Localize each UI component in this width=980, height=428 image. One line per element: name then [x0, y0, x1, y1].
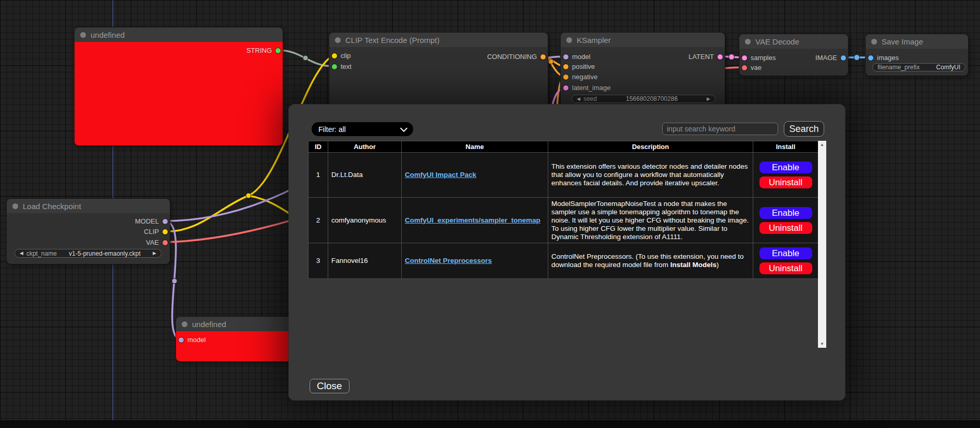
close-button[interactable]: Close [310, 379, 349, 393]
collapse-dot-icon[interactable] [12, 203, 18, 209]
widget-value: v1-5-pruned-emaonly.ckpt [69, 250, 141, 257]
table-header-row: ID Author Name Description Install [309, 141, 818, 153]
widget-label: seed [583, 95, 597, 102]
right-arrow-icon[interactable]: ▶ [707, 97, 710, 101]
node-save-image[interactable]: Save Image images filename_prefix ComfyU… [866, 34, 968, 76]
input-dot[interactable] [563, 85, 568, 91]
left-arrow-icon[interactable]: ◀ [20, 251, 23, 256]
output-dot[interactable] [163, 219, 168, 224]
extension-link[interactable]: ComfyUI_experiments/sampler_tonemap [405, 216, 540, 224]
output-dot[interactable] [163, 240, 168, 245]
input-dot[interactable] [563, 64, 568, 69]
cell-author: Dr.Lt.Data [328, 153, 402, 198]
input-slot-vae[interactable]: vae [742, 64, 762, 71]
node-title-bar[interactable]: VAE Decode [739, 34, 848, 49]
uninstall-button[interactable]: Uninstall [759, 222, 813, 234]
input-slot-latent-image[interactable]: latent_image [563, 84, 610, 91]
cell-description: ModelSamplerTonemapNoiseTest a node that… [548, 198, 753, 243]
input-slot-label: model [572, 53, 590, 61]
header-id: ID [309, 141, 328, 153]
output-dot[interactable] [163, 229, 168, 234]
output-slot-latent[interactable]: LATENT [689, 53, 723, 60]
collapse-dot-icon[interactable] [871, 39, 877, 45]
node-title: VAE Decode [755, 37, 799, 46]
input-dot[interactable] [563, 54, 568, 60]
table-row: 2 comfyanonymous ComfyUI_experiments/sam… [309, 198, 818, 243]
output-dot[interactable] [540, 54, 546, 60]
input-dot[interactable] [179, 337, 184, 343]
extension-manager-dialog: Filter: all Search ID Author Name Descri… [289, 105, 845, 400]
node-ksampler[interactable]: KSampler model positive negative latent_… [561, 33, 725, 109]
output-slot-image[interactable]: IMAGE [815, 54, 846, 61]
input-dot[interactable] [742, 55, 747, 61]
filename-prefix-widget[interactable]: filename_prefix ComfyUI [872, 63, 966, 71]
input-slot-images[interactable]: images [868, 54, 899, 61]
node-title-bar[interactable]: undefined [176, 317, 303, 331]
node-title: Load Checkpoint [23, 202, 81, 211]
search-button[interactable]: Search [784, 121, 824, 137]
node-clip-text-encode[interactable]: CLIP Text Encode (Prompt) clip text COND… [329, 33, 548, 109]
input-slot-label: vae [751, 64, 762, 71]
node-title-bar[interactable]: undefined [75, 27, 283, 42]
input-dot[interactable] [332, 53, 337, 58]
search-input[interactable] [662, 123, 778, 135]
node-title-bar[interactable]: Save Image [866, 34, 968, 49]
output-slot-label: IMAGE [815, 54, 837, 62]
output-slot-label: LATENT [689, 53, 714, 61]
collapse-dot-icon[interactable] [335, 37, 341, 43]
uninstall-button[interactable]: Uninstall [759, 262, 813, 275]
collapse-dot-icon[interactable] [745, 39, 751, 45]
collapse-dot-icon[interactable] [182, 321, 187, 327]
chevron-down-icon [400, 124, 407, 131]
enable-button[interactable]: Enable [759, 161, 813, 174]
input-slot-text[interactable]: text [332, 63, 352, 70]
input-slot-negative[interactable]: negative [563, 73, 597, 80]
output-slot-vae[interactable]: VAE [146, 239, 168, 246]
cell-id: 3 [309, 243, 328, 279]
output-slot-clip[interactable]: CLIP [144, 228, 168, 235]
collapse-dot-icon[interactable] [566, 37, 572, 43]
input-dot[interactable] [742, 65, 747, 70]
input-slot-positive[interactable]: positive [563, 63, 595, 70]
input-dot[interactable] [868, 55, 873, 61]
output-dot[interactable] [718, 54, 723, 60]
input-slot-label: clip [341, 52, 351, 60]
output-slot-model[interactable]: MODEL [135, 218, 168, 225]
table-scrollbar[interactable]: ▲ ▼ [818, 141, 826, 348]
output-slot-label: CLIP [144, 228, 159, 235]
seed-widget[interactable]: ◀ seed 156680208700286 ▶ [572, 95, 715, 103]
node-load-checkpoint[interactable]: Load Checkpoint MODEL CLIP VAE ◀ ckpt_na… [7, 199, 170, 264]
node-undefined-bottom[interactable]: undefined model [176, 317, 303, 361]
enable-button[interactable]: Enable [759, 206, 813, 219]
table-row: 1 Dr.Lt.Data ComfyUI Impact Pack This ex… [309, 153, 818, 198]
node-vae-decode[interactable]: VAE Decode samples vae IMAGE [739, 34, 848, 76]
input-dot[interactable] [332, 64, 337, 69]
input-slot-clip[interactable]: clip [332, 52, 351, 59]
left-arrow-icon[interactable]: ◀ [577, 97, 580, 101]
output-dot[interactable] [275, 48, 281, 53]
extension-link[interactable]: ComfyUI Impact Pack [405, 171, 476, 179]
right-arrow-icon[interactable]: ▶ [153, 251, 156, 256]
extension-link[interactable]: ControlNet Preprocessors [405, 257, 492, 264]
enable-button[interactable]: Enable [759, 247, 813, 260]
ckpt-name-widget[interactable]: ◀ ckpt_name v1-5-pruned-emaonly.ckpt ▶ [14, 249, 162, 258]
collapse-dot-icon[interactable] [80, 32, 86, 38]
node-title-bar[interactable]: KSampler [561, 33, 725, 47]
output-dot[interactable] [841, 55, 846, 61]
filter-dropdown[interactable]: Filter: all [312, 122, 413, 136]
node-undefined-top[interactable]: undefined STRING [75, 27, 283, 145]
input-slot-label: samples [751, 54, 776, 62]
node-title-bar[interactable]: CLIP Text Encode (Prompt) [329, 33, 548, 47]
input-slot-label: images [877, 54, 899, 62]
output-slot-string[interactable]: STRING [246, 47, 281, 54]
node-title-bar[interactable]: Load Checkpoint [7, 199, 170, 213]
scrollbar-down-icon[interactable]: ▼ [818, 340, 826, 348]
input-slot-samples[interactable]: samples [742, 54, 776, 61]
uninstall-button[interactable]: Uninstall [759, 176, 813, 189]
cell-author: Fannovel16 [328, 243, 402, 279]
input-slot-model[interactable]: model [179, 336, 206, 343]
output-slot-conditioning[interactable]: CONDITIONING [487, 53, 546, 60]
input-slot-model[interactable]: model [563, 53, 590, 60]
scrollbar-up-icon[interactable]: ▲ [818, 141, 826, 149]
input-dot[interactable] [563, 75, 568, 80]
